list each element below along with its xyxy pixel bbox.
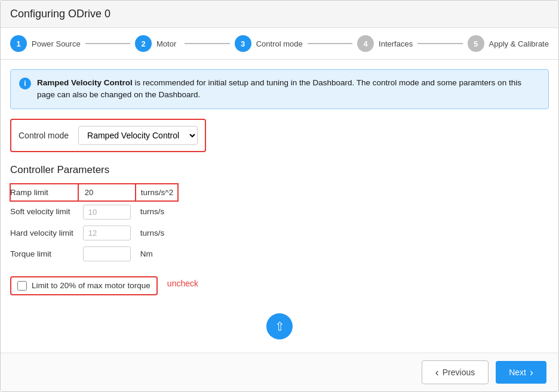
hard-velocity-input-cell <box>78 223 136 243</box>
window-title: Configuring ODrive 0 <box>10 8 110 20</box>
step-line-1 <box>85 43 130 44</box>
ramp-limit-input-cell <box>78 184 136 201</box>
step-1-circle: 1 <box>10 35 27 52</box>
info-bold: Ramped Velocity Control <box>37 78 133 87</box>
step-3-label: Control mode <box>256 39 303 48</box>
control-mode-select[interactable]: Ramped Velocity Control Velocity Control… <box>78 126 198 145</box>
controller-params-section: Controller Parameters Ramp limit turns/s… <box>10 164 549 295</box>
main-window: Configuring ODrive 0 1 Power Source 2 Mo… <box>0 0 559 392</box>
content-area: i Ramped Velocity Control is recommended… <box>1 60 558 353</box>
previous-label: Previous <box>443 368 475 377</box>
torque-limit-checkbox[interactable] <box>17 281 27 291</box>
upload-button[interactable]: ⇧ <box>266 313 293 339</box>
soft-velocity-input[interactable] <box>83 205 131 220</box>
footer: Previous Next <box>1 353 558 391</box>
torque-limit-checkbox-label[interactable]: Limit to 20% of max motor torque <box>32 281 150 290</box>
step-1: 1 Power Source <box>10 35 81 52</box>
hard-velocity-label: Hard velocity limit <box>10 223 78 243</box>
previous-button[interactable]: Previous <box>422 360 489 384</box>
torque-limit-input[interactable] <box>83 246 131 261</box>
step-3: 3 Control mode <box>235 35 303 52</box>
soft-velocity-label: Soft velocity limit <box>10 201 78 223</box>
footer-wrapper: ⇧ Previous Next <box>1 353 558 391</box>
hard-velocity-unit: turns/s <box>136 223 178 243</box>
ramp-limit-input[interactable] <box>80 186 125 199</box>
hard-velocity-input[interactable] <box>83 226 131 240</box>
title-bar: Configuring ODrive 0 <box>1 1 558 28</box>
soft-velocity-input-cell <box>78 201 136 223</box>
soft-velocity-unit: turns/s <box>136 201 178 223</box>
ramp-limit-unit: turns/s^2 <box>136 184 178 201</box>
stepper: 1 Power Source 2 Motor 3 Control mode 4 … <box>1 28 558 60</box>
control-mode-label: Control mode <box>19 131 69 140</box>
chevron-left-icon <box>435 367 439 378</box>
checkbox-container: Limit to 20% of max motor torque <box>10 276 158 295</box>
step-5-circle: 5 <box>468 35 484 52</box>
step-2-label: Motor <box>156 39 176 48</box>
torque-limit-label: Torque limit <box>10 243 78 264</box>
uncheck-label: uncheck <box>167 279 198 288</box>
step-5: 5 Apply & Calibrate <box>468 35 549 52</box>
next-button[interactable]: Next <box>496 361 546 384</box>
step-3-circle: 3 <box>235 35 251 52</box>
info-icon: i <box>19 78 31 89</box>
torque-limit-unit: Nm <box>136 243 178 264</box>
step-line-4 <box>417 43 462 44</box>
next-label: Next <box>509 368 526 377</box>
step-4-circle: 4 <box>357 35 374 52</box>
step-4: 4 Interfaces <box>357 35 413 52</box>
control-mode-section: Control mode Ramped Velocity Control Vel… <box>10 119 206 152</box>
checkbox-section: Limit to 20% of max motor torque uncheck <box>10 271 549 295</box>
step-5-label: Apply & Calibrate <box>489 39 549 48</box>
params-table: Ramp limit turns/s^2 Soft velocity limit <box>10 183 178 264</box>
ramp-limit-row: Ramp limit turns/s^2 <box>10 184 178 201</box>
step-4-label: Interfaces <box>379 39 413 48</box>
step-line-2 <box>185 43 229 44</box>
step-2: 2 Motor <box>135 35 180 52</box>
info-text: Ramped Velocity Control is recommended f… <box>37 77 540 101</box>
params-title: Controller Parameters <box>10 164 549 176</box>
step-line-3 <box>308 43 352 44</box>
torque-limit-input-cell <box>78 243 136 264</box>
ramp-limit-label: Ramp limit <box>10 184 78 201</box>
info-box: i Ramped Velocity Control is recommended… <box>10 69 549 109</box>
chevron-right-icon <box>530 367 533 378</box>
step-2-circle: 2 <box>135 35 152 52</box>
step-1-label: Power Source <box>32 39 81 48</box>
soft-velocity-row: Soft velocity limit turns/s <box>10 201 178 223</box>
hard-velocity-row: Hard velocity limit turns/s <box>10 223 178 243</box>
torque-limit-row: Torque limit Nm <box>10 243 178 264</box>
